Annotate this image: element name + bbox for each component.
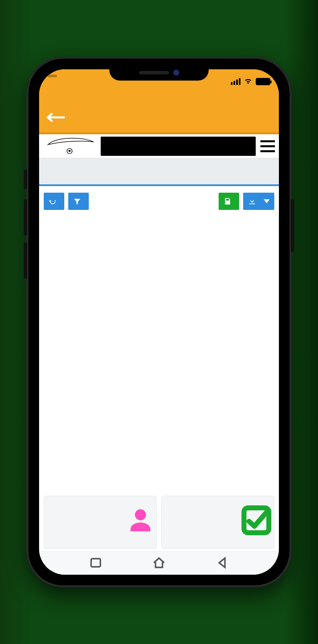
toolbar [39,186,279,213]
clock [48,75,57,77]
svg-rect-2 [91,558,100,567]
back-nav-button[interactable] [216,556,230,571]
signal-icon [231,78,240,85]
recent-apps-button[interactable] [89,556,103,571]
refresh-icon [48,197,57,206]
check-icon [241,505,271,537]
phone-frame: ⦿ [26,57,292,587]
screen: ⦿ [39,69,279,575]
volume-down-button [24,242,27,279]
card-drivers-check[interactable] [161,496,274,549]
chevron-down-icon [264,199,270,203]
new-button[interactable] [219,193,239,210]
export-button[interactable] [243,193,274,210]
notch [109,65,209,81]
menu-button[interactable] [260,140,275,152]
filter-button[interactable] [68,193,89,210]
battery-icon [256,78,270,85]
section-header [39,158,279,186]
user-icon [127,505,154,537]
brand-title [101,137,256,156]
download-icon [248,197,256,206]
logo: ⦿ [43,137,96,156]
summary-cards [39,492,279,551]
page-header [39,102,279,134]
wifi-icon [244,77,252,87]
card-total-drivers[interactable] [44,496,157,549]
back-button[interactable] [46,111,67,124]
volume-up-button [24,199,27,236]
table-header [44,216,274,238]
save-icon [223,197,232,206]
customer-table [39,213,279,492]
power-button [291,199,294,252]
filter-icon [73,197,81,206]
android-nav-bar [39,551,279,575]
side-button [24,169,27,189]
app-bar: ⦿ [39,134,279,158]
refresh-button[interactable] [44,193,64,210]
home-button[interactable] [152,556,166,571]
